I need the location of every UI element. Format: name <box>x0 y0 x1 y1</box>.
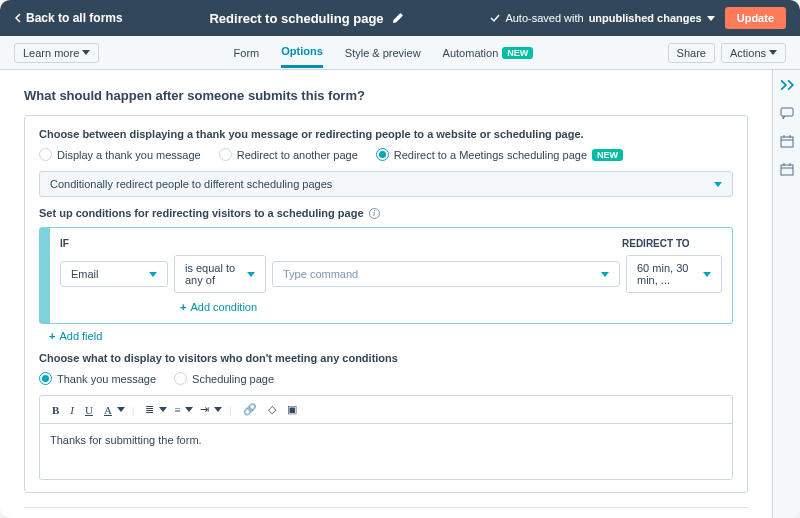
redirect-target-select[interactable]: 60 min, 30 min, ... <box>626 255 722 293</box>
chevron-down-icon <box>703 272 711 277</box>
save-status[interactable]: Auto-saved with unpublished changes <box>490 12 714 24</box>
chevron-down-icon <box>707 16 715 21</box>
add-condition-link[interactable]: +Add condition <box>180 301 722 313</box>
chevron-down-icon <box>601 272 609 277</box>
bullet-list-button[interactable]: ≣ <box>141 401 158 418</box>
section-heading: What should happen after someone submits… <box>24 88 748 103</box>
radio-fallback-scheduling[interactable]: Scheduling page <box>174 372 274 385</box>
redirect-to-label: REDIRECT TO <box>622 238 722 249</box>
back-to-forms-link[interactable]: Back to all forms <box>14 11 123 25</box>
add-field-link[interactable]: +Add field <box>49 330 733 342</box>
text-color-button[interactable]: A <box>100 402 116 418</box>
drag-handle[interactable] <box>40 228 50 323</box>
radio-icon <box>174 372 187 385</box>
radio-icon <box>219 148 232 161</box>
comment-icon[interactable] <box>780 106 794 120</box>
chevron-down-icon <box>769 50 777 55</box>
chevron-down-icon <box>247 272 255 277</box>
radio-icon <box>39 372 52 385</box>
erase-button[interactable]: ◇ <box>264 401 280 418</box>
share-button[interactable]: Share <box>668 43 715 63</box>
collapse-icon[interactable] <box>780 78 794 92</box>
fallback-title: Choose what to display to visitors who d… <box>39 352 733 364</box>
conditions-title: Set up conditions for redirecting visito… <box>39 207 364 219</box>
svg-rect-1 <box>781 137 793 147</box>
radio-redirect-meetings[interactable]: Redirect to a Meetings scheduling pageNE… <box>376 148 623 161</box>
tab-options[interactable]: Options <box>281 37 323 68</box>
operator-select[interactable]: is equal to any of <box>174 255 266 293</box>
back-label: Back to all forms <box>26 11 123 25</box>
radio-icon <box>376 148 389 161</box>
calendar-icon[interactable] <box>780 134 794 148</box>
chevron-down-icon <box>714 182 722 187</box>
tab-style-preview[interactable]: Style & preview <box>345 37 421 68</box>
italic-button[interactable]: I <box>66 402 78 418</box>
update-button[interactable]: Update <box>725 7 786 29</box>
submit-action-box: Choose between displaying a thank you me… <box>24 115 748 493</box>
field-select[interactable]: Email <box>60 261 168 287</box>
editor-body[interactable]: Thanks for submitting the form. <box>40 424 732 479</box>
radio-icon <box>39 148 52 161</box>
if-label: IF <box>60 238 175 249</box>
chevron-left-icon <box>14 13 21 23</box>
check-icon <box>490 13 500 23</box>
chevron-down-icon <box>149 272 157 277</box>
right-sidebar <box>772 70 800 518</box>
align-button[interactable]: ≡ <box>170 402 184 418</box>
info-icon[interactable]: i <box>369 208 380 219</box>
new-badge: NEW <box>592 149 623 161</box>
redirect-mode-select[interactable]: Conditionally redirect people to differe… <box>39 171 733 197</box>
actions-button[interactable]: Actions <box>721 43 786 63</box>
svg-rect-2 <box>781 165 793 175</box>
new-badge: NEW <box>502 47 533 59</box>
tab-automation[interactable]: AutomationNEW <box>443 37 534 68</box>
tab-form[interactable]: Form <box>234 37 260 68</box>
link-button[interactable]: 🔗 <box>239 401 261 418</box>
value-input[interactable]: Type command <box>272 261 620 287</box>
radio-thank-you[interactable]: Display a thank you message <box>39 148 201 161</box>
calendar-icon-2[interactable] <box>780 162 794 176</box>
svg-rect-0 <box>781 108 793 116</box>
radio-redirect-page[interactable]: Redirect to another page <box>219 148 358 161</box>
radio-fallback-thankyou[interactable]: Thank you message <box>39 372 156 385</box>
condition-box: IF REDIRECT TO Email is equal to any of … <box>39 227 733 324</box>
bold-button[interactable]: B <box>48 402 63 418</box>
rich-text-editor: B I U A | ≣ ≡ ⇥ | 🔗 ◇ ▣ Thanks for submi… <box>39 395 733 480</box>
image-button[interactable]: ▣ <box>283 401 301 418</box>
learn-more-button[interactable]: Learn more <box>14 43 99 63</box>
help-text: Choose between displaying a thank you me… <box>39 128 733 140</box>
editor-toolbar: B I U A | ≣ ≡ ⇥ | 🔗 ◇ ▣ <box>40 396 732 424</box>
page-title: Redirect to scheduling page <box>209 11 383 26</box>
chevron-down-icon <box>82 50 90 55</box>
indent-button[interactable]: ⇥ <box>196 401 213 418</box>
edit-icon[interactable] <box>392 12 404 24</box>
underline-button[interactable]: U <box>81 402 97 418</box>
